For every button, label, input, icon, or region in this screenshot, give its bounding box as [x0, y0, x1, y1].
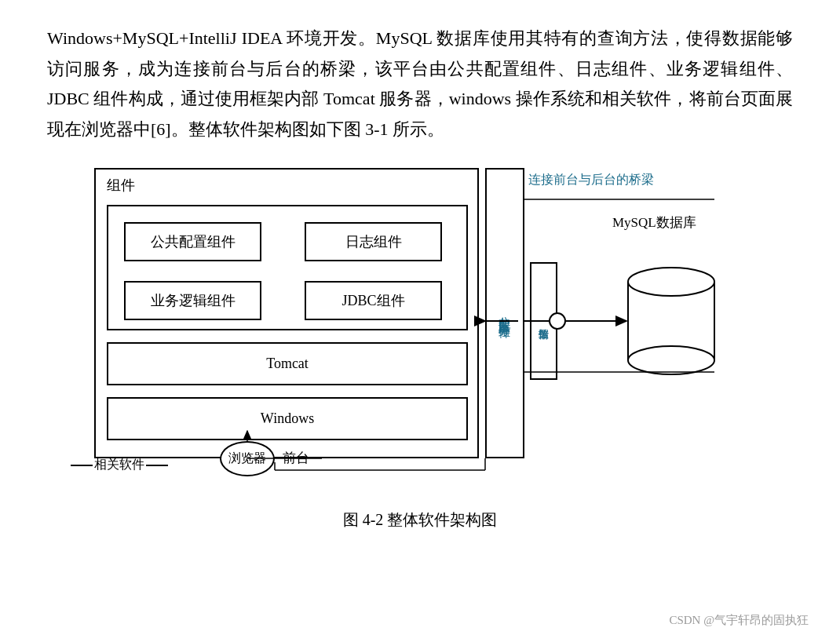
related-software-label: 相关软件 — [71, 457, 168, 473]
main-paragraph: Windows+MySQL+IntelliJ IDEA 环境开发。MySQL 数… — [47, 24, 793, 144]
watermark: CSDN @气宇轩昂的固执狂 — [669, 613, 809, 628]
mysql-label: MySQL数据库 — [612, 213, 696, 232]
middle-bar-text: 公共配置服务组件 — [498, 307, 512, 319]
svg-point-1 — [628, 346, 714, 374]
connect-label: 连接前台与后台的桥梁 — [528, 172, 654, 188]
figure-caption: 图 4-2 整体软件架构图 — [47, 509, 793, 538]
comp-box-2: 日志组件 — [305, 222, 442, 261]
windows-box: Windows — [107, 397, 468, 440]
outer-box: 组件 公共配置组件 日志组件 业务逻辑组件 JDBC组件 Tomcat Wind… — [94, 168, 479, 458]
inner-bar: 数据传输 — [530, 262, 557, 380]
tomcat-box: Tomcat — [107, 342, 468, 385]
qiantai-label: 前台 — [283, 449, 309, 467]
diagram-area: 组件 公共配置组件 日志组件 业务逻辑组件 JDBC组件 Tomcat Wind… — [47, 160, 793, 498]
browser-circle: 浏览器 — [220, 441, 275, 476]
middle-bar: 公共配置服务组件 — [485, 168, 524, 458]
comp-box-3: 业务逻辑组件 — [124, 281, 261, 320]
component-grid: 公共配置组件 日志组件 业务逻辑组件 JDBC组件 — [107, 205, 468, 330]
diagram-container: 组件 公共配置组件 日志组件 业务逻辑组件 JDBC组件 Tomcat Wind… — [47, 160, 793, 498]
comp-box-1: 公共配置组件 — [124, 222, 261, 261]
svg-point-0 — [628, 268, 714, 296]
outer-box-label: 组件 — [107, 176, 135, 195]
comp-box-4: JDBC组件 — [305, 281, 442, 320]
